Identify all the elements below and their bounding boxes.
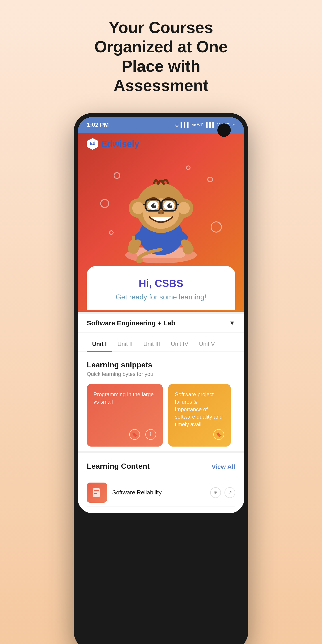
phone-screen: 1:02 PM ⊕ ▌▌▌ Vo WiFi ▌▌▌ Vo WiFi ≋ Ed bbox=[78, 117, 244, 513]
hero-title: Your Courses Organized at One Place with… bbox=[60, 0, 262, 109]
content-header: Learning Content View All bbox=[87, 462, 235, 472]
status-time: 1:02 PM bbox=[87, 122, 109, 128]
info-icon-1[interactable]: ℹ bbox=[145, 429, 156, 440]
svg-point-27 bbox=[167, 203, 172, 208]
svg-point-31 bbox=[158, 212, 160, 214]
float-circle-6 bbox=[109, 230, 114, 235]
course-name: Software Engineering + Lab bbox=[87, 319, 175, 327]
logo-ed: Ed bbox=[101, 139, 112, 149]
content-item-1[interactable]: Software Reliability ⊞ ↗ bbox=[87, 479, 235, 506]
svg-rect-34 bbox=[132, 236, 135, 245]
snippets-title: Learning snippets bbox=[87, 360, 235, 369]
snippet-cards: Programming in the large vs small 🔖 ℹ So… bbox=[87, 384, 235, 446]
snippet-card-2-icons: 🔖 bbox=[175, 429, 224, 440]
snippet-card-2[interactable]: Software project failures & Importance o… bbox=[168, 384, 231, 446]
svg-point-15 bbox=[132, 202, 144, 214]
bookmark-icon-2[interactable]: 🔖 bbox=[213, 429, 224, 440]
app-logo: Ed Edwisely bbox=[87, 138, 235, 150]
signal-icon: ▌▌▌ bbox=[181, 122, 190, 128]
snippet-card-1[interactable]: Programming in the large vs small 🔖 ℹ bbox=[87, 384, 163, 446]
greeting-name: Hi, CSBS bbox=[96, 277, 226, 289]
snippet-card-1-icons: 🔖 ℹ bbox=[94, 429, 156, 440]
svg-point-12 bbox=[182, 243, 194, 254]
bookmark-icon-1[interactable]: 🔖 bbox=[129, 429, 140, 440]
svg-point-29 bbox=[170, 204, 172, 206]
svg-point-26 bbox=[152, 203, 156, 208]
logo-hexagon: Ed bbox=[87, 138, 98, 150]
tab-unit-1[interactable]: Unit I bbox=[87, 337, 112, 351]
wifi-icon: ≋ bbox=[232, 122, 235, 128]
svg-point-32 bbox=[162, 212, 164, 214]
unit-tabs: Unit I Unit II Unit III Unit IV Unit V bbox=[78, 332, 244, 352]
content-title: Learning Content bbox=[87, 462, 150, 470]
signal-icon-2: ▌▌▌ bbox=[206, 122, 216, 128]
phone-frame: 1:02 PM ⊕ ▌▌▌ Vo WiFi ▌▌▌ Vo WiFi ≋ Ed bbox=[74, 113, 248, 644]
float-circle-3 bbox=[100, 199, 109, 208]
content-thumb-1 bbox=[87, 482, 107, 503]
bluetooth-icon: ⊕ bbox=[175, 122, 179, 128]
mascot-area bbox=[87, 159, 235, 266]
snippet-card-1-text: Programming in the large vs small bbox=[94, 391, 156, 406]
app-header: Ed Edwisely bbox=[78, 133, 244, 312]
tab-unit-3[interactable]: Unit III bbox=[138, 337, 166, 351]
svg-point-17 bbox=[178, 202, 190, 214]
content-action-icon-1[interactable]: ⊞ bbox=[210, 487, 221, 498]
view-all-button[interactable]: View All bbox=[212, 463, 235, 470]
content-item-1-actions: ⊞ ↗ bbox=[210, 487, 235, 498]
course-selector[interactable]: Software Engineering + Lab ▼ bbox=[78, 314, 244, 332]
tab-unit-5[interactable]: Unit V bbox=[194, 337, 220, 351]
float-circle-5 bbox=[211, 222, 222, 232]
chevron-down-icon: ▼ bbox=[229, 320, 235, 327]
snippets-subtitle: Quick learning bytes for you bbox=[87, 371, 235, 377]
learning-content-section: Learning Content View All Software Relia… bbox=[78, 453, 244, 513]
svg-text:Ed: Ed bbox=[90, 141, 96, 146]
mascot-svg bbox=[118, 172, 204, 266]
float-circle-1 bbox=[114, 172, 120, 179]
tab-unit-2[interactable]: Unit II bbox=[112, 337, 138, 351]
content-item-1-text: Software Reliability bbox=[112, 489, 162, 496]
logo-wisely: wisely bbox=[112, 139, 139, 149]
snippet-card-2-text: Software project failures & Importance o… bbox=[175, 391, 224, 428]
float-circle-2 bbox=[186, 166, 190, 170]
camera bbox=[217, 124, 231, 137]
wifi-label: Vo WiFi bbox=[192, 123, 204, 127]
content-action-icon-2[interactable]: ↗ bbox=[224, 487, 235, 498]
svg-rect-35 bbox=[93, 488, 100, 497]
greeting-section: Hi, CSBS Get ready for some learning! bbox=[87, 266, 235, 310]
tab-unit-4[interactable]: Unit IV bbox=[166, 337, 194, 351]
greeting-subtitle: Get ready for some learning! bbox=[96, 293, 226, 301]
learning-snippets-section: Learning snippets Quick learning bytes f… bbox=[78, 352, 244, 451]
logo-text: Edwisely bbox=[101, 139, 139, 149]
svg-point-28 bbox=[154, 204, 156, 206]
float-circle-4 bbox=[207, 177, 213, 182]
